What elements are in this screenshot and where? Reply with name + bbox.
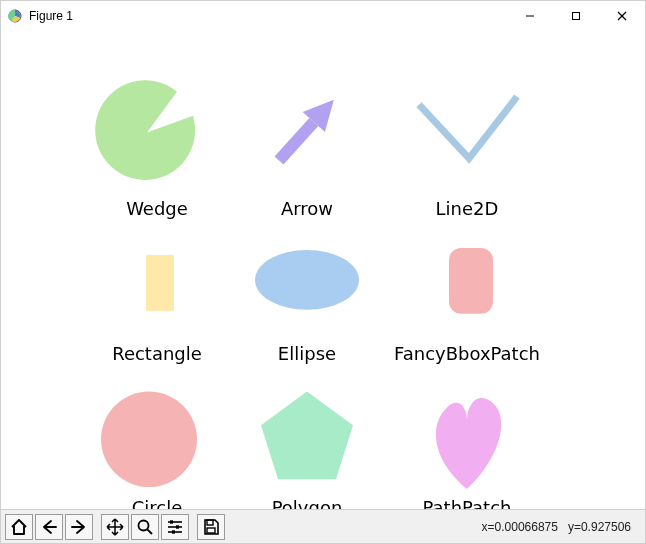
- sliders-icon: [166, 518, 184, 536]
- forward-button[interactable]: [65, 514, 93, 540]
- minimize-button[interactable]: [507, 1, 553, 31]
- home-button[interactable]: [5, 514, 33, 540]
- label-line2d: Line2D: [436, 198, 499, 219]
- shape-wedge: [95, 80, 195, 180]
- label-ellipse: Ellipse: [278, 343, 336, 364]
- back-button[interactable]: [35, 514, 63, 540]
- cursor-coords: x=0.00066875 y=0.927506: [482, 520, 631, 534]
- label-fancybbox: FancyBboxPatch: [394, 343, 540, 364]
- svg-line-13: [147, 529, 152, 534]
- shape-fancybbox: [449, 248, 493, 314]
- maximize-icon: [571, 11, 581, 21]
- label-wedge: Wedge: [126, 198, 188, 219]
- save-icon: [202, 518, 220, 536]
- close-icon: [617, 11, 627, 21]
- label-arrow: Arrow: [281, 198, 333, 219]
- svg-rect-18: [176, 525, 179, 528]
- shape-arrow: [268, 90, 345, 171]
- svg-rect-17: [170, 520, 173, 523]
- zoom-icon: [136, 518, 154, 536]
- figure-canvas[interactable]: Wedge Arrow Line2D Rectangle: [1, 31, 645, 509]
- maximize-button[interactable]: [553, 1, 599, 31]
- shape-pathpatch: [436, 398, 501, 489]
- close-button[interactable]: [599, 1, 645, 31]
- svg-rect-9: [449, 248, 493, 314]
- shape-ellipse: [255, 250, 359, 310]
- shape-polygon: [261, 391, 353, 479]
- window-controls: [507, 1, 645, 31]
- pan-icon: [106, 518, 124, 536]
- window-title: Figure 1: [29, 9, 73, 23]
- svg-rect-5: [275, 118, 319, 164]
- svg-point-10: [101, 391, 197, 487]
- shape-rectangle: [146, 255, 174, 311]
- svg-rect-21: [207, 528, 215, 533]
- svg-point-12: [139, 520, 149, 530]
- titlebar: Figure 1: [1, 1, 645, 32]
- subplots-button[interactable]: [161, 514, 189, 540]
- shape-circle: [101, 391, 197, 487]
- forward-icon: [70, 518, 88, 536]
- app-icon: [7, 8, 23, 24]
- svg-rect-2: [573, 13, 580, 20]
- svg-marker-11: [261, 391, 353, 479]
- label-rectangle: Rectangle: [112, 343, 202, 364]
- shape-line2d: [419, 97, 517, 159]
- back-icon: [40, 518, 58, 536]
- toolbar: x=0.00066875 y=0.927506: [1, 509, 645, 543]
- svg-rect-7: [146, 255, 174, 311]
- pan-button[interactable]: [101, 514, 129, 540]
- figure-window: Figure 1: [0, 0, 646, 544]
- home-icon: [10, 518, 28, 536]
- save-button[interactable]: [197, 514, 225, 540]
- svg-point-8: [255, 250, 359, 310]
- minimize-icon: [525, 11, 535, 21]
- zoom-button[interactable]: [131, 514, 159, 540]
- svg-rect-19: [172, 530, 175, 533]
